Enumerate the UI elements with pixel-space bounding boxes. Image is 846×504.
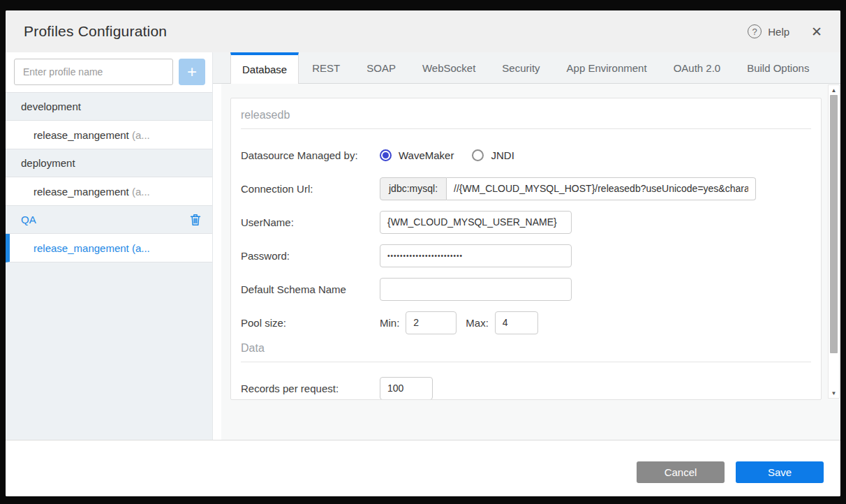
section-divider	[241, 362, 811, 362]
database-form-card: releasedb Datasource Managed by: WaveMak…	[230, 98, 822, 400]
cancel-button[interactable]: Cancel	[637, 461, 725, 483]
password-label: Password:	[241, 250, 380, 262]
schema-label: Default Schema Name	[241, 283, 380, 295]
service-label-suffix: (a...	[129, 242, 150, 254]
tab-build-options[interactable]: Build Options	[734, 52, 822, 83]
username-label: UserName:	[241, 216, 380, 228]
service-label: release_mangement	[34, 186, 129, 198]
radio-wavemaker-label: WaveMaker	[399, 149, 454, 161]
sidebar-item-deployment[interactable]: deployment	[6, 149, 212, 177]
records-input[interactable]	[380, 377, 433, 400]
scrollbar-thumb[interactable]	[830, 95, 838, 353]
radio-wavemaker[interactable]: WaveMaker	[380, 149, 454, 161]
profile-label: deployment	[21, 157, 75, 169]
vertical-scrollbar[interactable]: ▲ ▼	[828, 84, 840, 399]
pool-min-label: Min:	[380, 317, 399, 329]
schema-row: Default Schema Name	[241, 277, 811, 301]
header-actions: ? Help ✕	[748, 24, 822, 40]
profile-add-row: +	[6, 52, 212, 93]
save-button[interactable]: Save	[736, 461, 824, 483]
dialog-footer: Cancel Save	[6, 440, 840, 496]
pool-size-label: Pool size:	[241, 317, 380, 329]
profile-label: development	[21, 101, 81, 112]
datasource-label: Datasource Managed by:	[241, 149, 380, 161]
sidebar-filler	[6, 262, 212, 440]
tab-app-environment[interactable]: App Environment	[554, 52, 660, 83]
sidebar-item-release-mangement-dev[interactable]: release_mangement (a...	[6, 121, 212, 149]
pool-min-input[interactable]	[406, 311, 457, 334]
close-icon[interactable]: ✕	[811, 24, 822, 40]
service-label: release_mangement	[34, 129, 129, 141]
main-panel: Database REST SOAP WebSocket Security Ap…	[213, 52, 840, 440]
records-row: Records per request:	[241, 376, 811, 400]
help-link[interactable]: Help	[768, 26, 789, 38]
connection-url-label: Connection Url:	[241, 183, 380, 195]
sidebar-item-qa[interactable]: QA	[6, 205, 212, 234]
data-section-title: Data	[241, 334, 811, 355]
connection-url-input[interactable]	[447, 177, 756, 200]
pool-max-label: Max:	[466, 317, 489, 329]
tab-database[interactable]: Database	[230, 52, 299, 84]
radio-unselected-icon	[472, 149, 484, 161]
sidebar-item-release-mangement-qa[interactable]: release_mangement (a...	[6, 234, 212, 262]
dialog-body: + development release_mangement (a... de…	[6, 52, 840, 440]
sidebar-item-release-mangement-deploy[interactable]: release_mangement (a...	[6, 177, 212, 206]
profile-label: QA	[21, 214, 36, 225]
connection-url-prefix: jdbc:mysql:	[380, 177, 447, 200]
radio-selected-icon	[380, 149, 392, 161]
db-section-title: releasedb	[241, 98, 811, 121]
section-divider	[241, 128, 811, 129]
password-input[interactable]	[380, 244, 572, 267]
datasource-row: Datasource Managed by: WaveMaker JNDI	[241, 143, 811, 167]
tab-rest[interactable]: REST	[299, 52, 353, 83]
service-label-suffix: (a...	[129, 186, 150, 198]
tab-security[interactable]: Security	[489, 52, 553, 83]
tab-oauth[interactable]: OAuth 2.0	[660, 52, 734, 83]
tab-websocket[interactable]: WebSocket	[409, 52, 489, 83]
pool-size-row: Pool size: Min: Max:	[241, 311, 811, 334]
dialog-header: Profiles Configuration ? Help ✕	[6, 10, 840, 52]
sidebar-item-development[interactable]: development	[6, 92, 212, 121]
username-input[interactable]	[380, 211, 572, 234]
records-label: Records per request:	[241, 383, 380, 394]
tab-soap[interactable]: SOAP	[353, 52, 409, 83]
delete-profile-icon[interactable]	[190, 214, 201, 226]
tab-bar: Database REST SOAP WebSocket Security Ap…	[213, 52, 840, 84]
pool-max-input[interactable]	[495, 311, 538, 334]
service-label-suffix: (a...	[129, 129, 150, 141]
radio-jndi[interactable]: JNDI	[472, 149, 514, 161]
schema-input[interactable]	[380, 278, 572, 301]
help-icon[interactable]: ?	[748, 24, 762, 38]
datasource-radio-group: WaveMaker JNDI	[380, 149, 514, 161]
profile-name-input[interactable]	[14, 59, 173, 85]
connection-url-row: Connection Url: jdbc:mysql:	[241, 177, 811, 200]
scroll-down-icon[interactable]: ▼	[829, 388, 839, 398]
add-profile-button[interactable]: +	[179, 59, 205, 85]
service-label: release_mangement	[34, 242, 129, 254]
radio-jndi-label: JNDI	[491, 149, 514, 161]
profile-list: development release_mangement (a... depl…	[6, 93, 212, 440]
profiles-configuration-dialog: Profiles Configuration ? Help ✕ + develo…	[6, 10, 840, 496]
dialog-title: Profiles Configuration	[24, 23, 167, 40]
scroll-up-icon[interactable]: ▲	[829, 85, 839, 95]
profiles-sidebar: + development release_mangement (a... de…	[6, 52, 213, 440]
tab-content: releasedb Datasource Managed by: WaveMak…	[213, 84, 840, 440]
username-row: UserName:	[241, 210, 811, 234]
password-row: Password:	[241, 244, 811, 267]
